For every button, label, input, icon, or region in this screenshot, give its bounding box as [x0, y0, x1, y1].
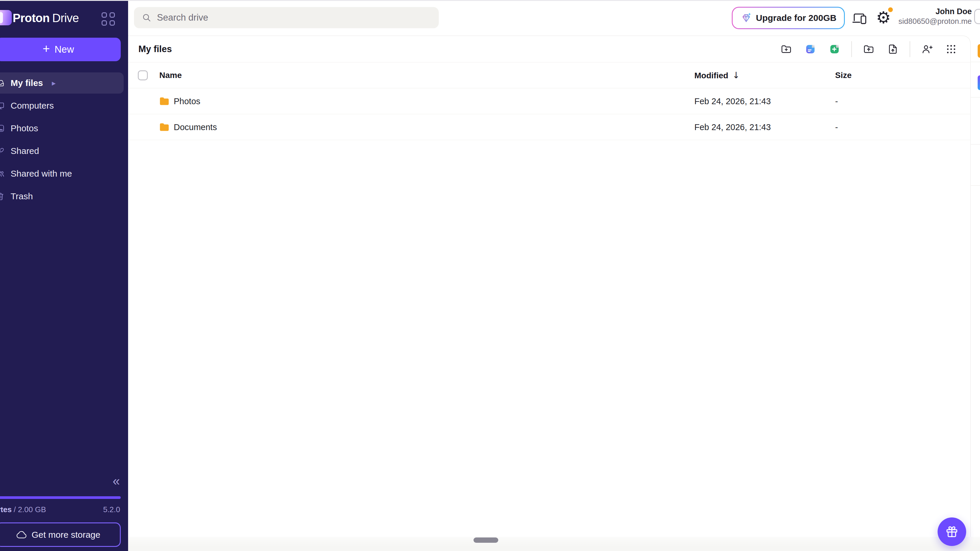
clipped-app-icon [978, 44, 980, 58]
file-modified: Feb 24, 2026, 21:43 [694, 88, 771, 114]
collapse-sidebar-icon[interactable]: « [113, 475, 120, 487]
table-header: Name Modified↓ Size [128, 62, 970, 88]
user-name: John Doe [899, 6, 972, 16]
link-icon [0, 146, 5, 156]
product-name: Drive [52, 11, 79, 24]
upload-file-button[interactable] [883, 40, 902, 59]
drag-handle[interactable] [474, 537, 498, 543]
column-header-name[interactable]: Name [159, 62, 182, 88]
column-header-modified[interactable]: Modified↓ [694, 62, 740, 89]
search-bar[interactable] [134, 7, 439, 28]
sidebar-item-shared-with-me[interactable]: Shared with me [0, 163, 124, 184]
toolbar-divider [910, 41, 910, 57]
brand-name: Proton [13, 11, 49, 24]
computer-icon [0, 101, 5, 110]
sidebar-item-photos[interactable]: Photos [0, 118, 124, 139]
sidebar-item-computers[interactable]: Computers [0, 95, 124, 116]
page-title: My files [138, 36, 172, 62]
storage-used: 0 bytes [0, 505, 12, 514]
table-row-documents[interactable]: Documents Feb 24, 2026, 21:43 - [128, 114, 970, 140]
new-button-label: New [54, 44, 74, 55]
sort-desc-icon: ↓ [732, 70, 740, 80]
storage-total: 2.00 GB [18, 505, 46, 514]
file-name: Documents [174, 114, 217, 140]
grid-dots-icon [945, 43, 957, 55]
proton-drive-logo-icon [0, 10, 12, 25]
file-name: Photos [174, 88, 200, 114]
search-icon [142, 13, 152, 23]
file-modified: Feb 24, 2026, 21:43 [694, 114, 771, 140]
new-spreadsheet-button[interactable] [825, 40, 844, 59]
notification-dot [887, 6, 894, 13]
sidebar-item-trash[interactable]: Trash [0, 186, 124, 207]
proton-drive-logo: ProtonDrive [13, 11, 79, 25]
sidebar-item-label: Shared [11, 146, 39, 156]
trash-icon [0, 192, 5, 201]
share-user-button[interactable] [918, 40, 936, 59]
expand-caret-icon[interactable]: ▸ [52, 79, 56, 87]
sidebar-item-my-files[interactable]: My files ▸ [0, 72, 124, 94]
photos-icon [0, 124, 5, 133]
devices-icon[interactable] [851, 10, 869, 27]
file-size: - [835, 114, 838, 140]
user-menu[interactable]: John Doe sid80650@proton.me [899, 6, 972, 26]
clipped-app-icon [978, 75, 980, 90]
gear-icon[interactable]: ⚙ [874, 8, 893, 28]
cloud-icon [16, 531, 27, 538]
gem-icon [740, 12, 752, 24]
bottom-band [128, 537, 980, 551]
sidebar-item-shared[interactable]: Shared [0, 140, 124, 162]
toolbar-divider [851, 41, 852, 57]
folder-upload-icon [863, 43, 875, 55]
file-upload-icon [887, 43, 899, 55]
layout-grid-button[interactable] [942, 40, 961, 59]
folder-plus-icon [780, 43, 792, 55]
toolbar: My files [128, 36, 970, 62]
sidebar-item-label: Computers [11, 101, 54, 111]
column-header-size[interactable]: Size [835, 62, 852, 88]
new-button[interactable]: + New [0, 38, 121, 61]
folder-icon [159, 122, 169, 131]
table-row-photos[interactable]: Photos Feb 24, 2026, 21:43 - [128, 88, 970, 114]
proton-sheets-icon [829, 43, 840, 55]
toolbar-actions [774, 36, 963, 62]
storage-progress-bar [0, 496, 121, 499]
create-folder-button[interactable] [777, 40, 795, 59]
select-all-checkbox[interactable] [138, 70, 148, 80]
user-email: sid80650@proton.me [899, 16, 972, 26]
sidebar-item-label: Shared with me [11, 169, 72, 179]
new-document-button[interactable] [801, 40, 820, 59]
get-more-storage-button[interactable]: Get more storage [0, 522, 121, 547]
topbar: Upgrade for 200GB ⚙ John Doe sid80650@pr… [128, 0, 980, 36]
gift-icon [945, 525, 959, 538]
main-panel: My files [128, 36, 970, 551]
proton-drive-app: ProtonDrive + New My files ▸ [0, 0, 980, 551]
upgrade-button[interactable]: Upgrade for 200GB [732, 7, 845, 29]
file-size: - [835, 88, 838, 114]
sidebar: ProtonDrive + New My files ▸ [0, 0, 128, 551]
storage-separator: / [14, 505, 16, 514]
upload-folder-button[interactable] [859, 40, 878, 59]
folder-icon [159, 97, 169, 105]
gift-button[interactable] [938, 518, 966, 546]
plus-icon: + [43, 43, 50, 55]
search-input[interactable] [157, 13, 410, 23]
get-more-storage-label: Get more storage [32, 530, 100, 540]
proton-docs-icon [805, 43, 816, 55]
drive-inbox-icon [0, 79, 5, 87]
sidebar-item-label: Photos [11, 123, 38, 133]
user-plus-icon [921, 43, 933, 55]
sidebar-item-label: Trash [11, 191, 33, 201]
app-version: 5.2.0 [103, 505, 120, 514]
app-switcher-icon[interactable] [102, 13, 115, 26]
edge-divider [971, 97, 980, 97]
users-icon [0, 169, 5, 178]
edge-divider [971, 144, 980, 144]
avatar[interactable] [974, 9, 980, 24]
storage-usage: 0 bytes/2.00 GB [0, 505, 46, 514]
sidebar-item-label: My files [11, 78, 43, 88]
upgrade-button-label: Upgrade for 200GB [756, 13, 836, 23]
sidebar-nav: My files ▸ Computers Photos [0, 72, 128, 208]
